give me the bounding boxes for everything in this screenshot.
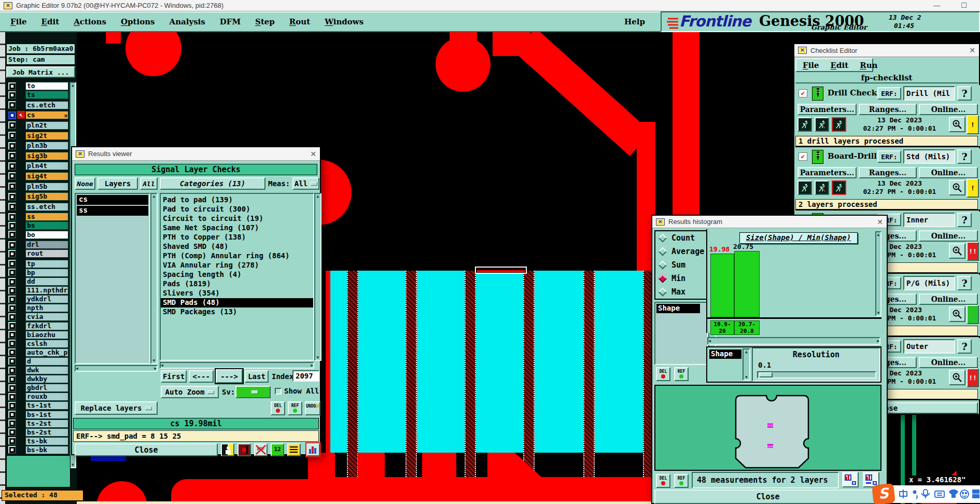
layer-label[interactable]: pln3b xyxy=(25,142,68,150)
help-button[interactable]: ? xyxy=(957,276,972,290)
job-matrix-button[interactable]: Job Matrix ... xyxy=(6,66,75,78)
layer-checkbox[interactable] xyxy=(8,393,16,401)
layer-row-tp[interactable]: tp xyxy=(6,260,68,268)
menu-help[interactable]: Help xyxy=(624,17,645,26)
close-icon[interactable]: ✕ xyxy=(969,46,975,54)
last-button[interactable]: Last xyxy=(245,370,269,383)
show-all-checkbox[interactable] xyxy=(275,388,282,395)
layer-row-to[interactable]: to xyxy=(6,82,68,90)
layer-row-ts[interactable]: ts xyxy=(6,91,68,99)
layer-label[interactable]: bo xyxy=(25,231,68,239)
ranges-button[interactable]: Ranges... xyxy=(859,167,917,178)
category-item[interactable]: PTH to Copper (138) xyxy=(161,233,313,242)
magnifier-icon[interactable] xyxy=(949,117,965,132)
magnifier-icon[interactable] xyxy=(949,180,965,195)
menu-windows[interactable]: Windows xyxy=(325,17,363,26)
layer-label[interactable]: dwk xyxy=(25,366,68,374)
prev-button[interactable]: <--- xyxy=(189,370,214,383)
erf-field[interactable]: Outer xyxy=(903,339,955,354)
layer-label[interactable]: d xyxy=(25,357,68,366)
histogram-bar[interactable] xyxy=(710,254,734,317)
radio-diamond-icon[interactable] xyxy=(659,288,667,297)
layer-label[interactable]: gbdrl xyxy=(25,384,68,392)
layer-label[interactable]: bs-1st xyxy=(25,411,68,419)
layer-row-dd[interactable]: dd xyxy=(6,277,68,286)
hist-ref-button2[interactable]: REF xyxy=(674,474,689,488)
none-button[interactable]: None xyxy=(75,177,95,190)
layer-label[interactable]: sig3b xyxy=(25,152,68,160)
hist-del-button2[interactable]: DEL xyxy=(656,474,670,488)
layer-label[interactable]: bs-2st xyxy=(25,428,68,437)
run-partial-icon[interactable] xyxy=(815,180,829,195)
layer-row-ts-1st[interactable]: ts-1st xyxy=(6,401,68,410)
layer-label[interactable]: ss.etch xyxy=(25,203,68,211)
layer-row-cs.etch[interactable]: cs.etch xyxy=(6,101,68,109)
menu-rout[interactable]: Rout xyxy=(289,17,310,26)
layer-checkbox[interactable] xyxy=(8,82,16,90)
layer-row-biaozhu[interactable]: biaozhu xyxy=(6,331,68,339)
layer-row-111.npthdrl[interactable]: 111.npthdrl xyxy=(6,286,68,295)
first-button[interactable]: First xyxy=(161,370,187,383)
layer-checkbox[interactable] xyxy=(8,357,16,365)
day-night-icon[interactable] xyxy=(221,443,234,456)
erf-field[interactable]: P/G (Mils) xyxy=(903,276,955,290)
all-button[interactable]: All xyxy=(140,177,158,190)
layer-checkbox[interactable] xyxy=(8,142,16,150)
online-button[interactable]: Online... xyxy=(919,230,978,242)
layer-row-bo[interactable]: bo xyxy=(6,231,68,239)
layer-row-bs[interactable]: bs xyxy=(6,221,68,230)
layer-label[interactable]: cs⊞ xyxy=(25,111,68,119)
layer-row-bs-bk[interactable]: bs-bk xyxy=(6,446,68,454)
viewer-layer-vscroll[interactable]: ▲▼ xyxy=(150,193,158,364)
help-button[interactable]: ? xyxy=(957,149,972,164)
layer-checkbox[interactable] xyxy=(8,152,16,160)
viewer-layer-hscroll[interactable]: ◀▶ xyxy=(75,365,158,372)
layer-label[interactable]: cslsh xyxy=(25,340,68,348)
layer-label[interactable]: ts xyxy=(25,91,68,99)
layer-row-dwkby[interactable]: dwkby xyxy=(6,375,68,383)
layer12-icon[interactable]: 12 xyxy=(271,443,284,456)
close-icon[interactable]: ✕ xyxy=(877,218,883,226)
histogram-close-button[interactable]: Close xyxy=(654,489,881,504)
layer-checkbox[interactable] xyxy=(8,269,16,276)
viewer-layer-item[interactable]: ss xyxy=(77,206,148,216)
shape-selector-vscroll[interactable]: ▲▼ xyxy=(743,348,750,381)
layer-checkbox[interactable] xyxy=(8,101,16,109)
checklist-menu-edit[interactable]: Edit xyxy=(831,61,849,70)
online-button[interactable]: Online... xyxy=(919,293,978,305)
layer-checkbox[interactable] xyxy=(8,296,16,303)
layer-label[interactable]: cvia xyxy=(25,313,68,321)
layer-checkbox[interactable] xyxy=(8,121,16,129)
layer-row-sig4t[interactable]: sig4t xyxy=(6,172,68,180)
auto-zoom-dropdown[interactable]: Auto Zoom xyxy=(161,386,219,398)
checklist-menu-file[interactable]: File xyxy=(803,61,819,70)
magnifier-icon[interactable] xyxy=(949,370,965,385)
index-input[interactable]: 2097 xyxy=(292,370,319,382)
layer-label[interactable]: sig5b xyxy=(25,192,68,201)
viewer-category-vscroll[interactable]: ▲▼ xyxy=(314,193,321,361)
layer-label[interactable]: ts-2st xyxy=(25,419,68,428)
layer-row-pln4t[interactable]: pln4t xyxy=(6,162,68,170)
replace-layers-dropdown[interactable]: Replace layers xyxy=(75,401,158,415)
category-item[interactable]: Pad to pad (139) xyxy=(161,195,313,205)
viewer-titlebar[interactable]: ✕ Results viewer ✕ xyxy=(72,147,320,161)
layer-label[interactable]: drl xyxy=(25,241,68,249)
categories-button[interactable]: Categories (13) xyxy=(160,177,265,190)
parameters-button[interactable]: Parameters... xyxy=(797,167,857,178)
menu-edit[interactable]: Edit xyxy=(41,17,60,26)
ref-off-icon[interactable]: REF xyxy=(254,443,268,456)
layer-row-gbdrl[interactable]: gbdrl xyxy=(6,384,68,392)
run-icon[interactable] xyxy=(797,117,812,132)
report-icon[interactable] xyxy=(287,443,301,456)
layer-label[interactable]: to xyxy=(25,82,68,90)
layer-checkbox[interactable] xyxy=(8,162,16,170)
layer-checkbox[interactable] xyxy=(8,375,16,383)
layer-checkbox[interactable] xyxy=(8,402,16,410)
run-selected-icon[interactable] xyxy=(832,117,846,132)
layer-row-bp[interactable]: bp xyxy=(6,269,68,277)
menu-actions[interactable]: Actions xyxy=(74,17,106,26)
layer-checkbox[interactable] xyxy=(8,132,16,139)
layers-button[interactable]: Layers xyxy=(97,177,138,190)
layer-row-npth[interactable]: npth xyxy=(6,304,68,312)
layer-label[interactable]: 111.npthdrl xyxy=(25,286,68,295)
